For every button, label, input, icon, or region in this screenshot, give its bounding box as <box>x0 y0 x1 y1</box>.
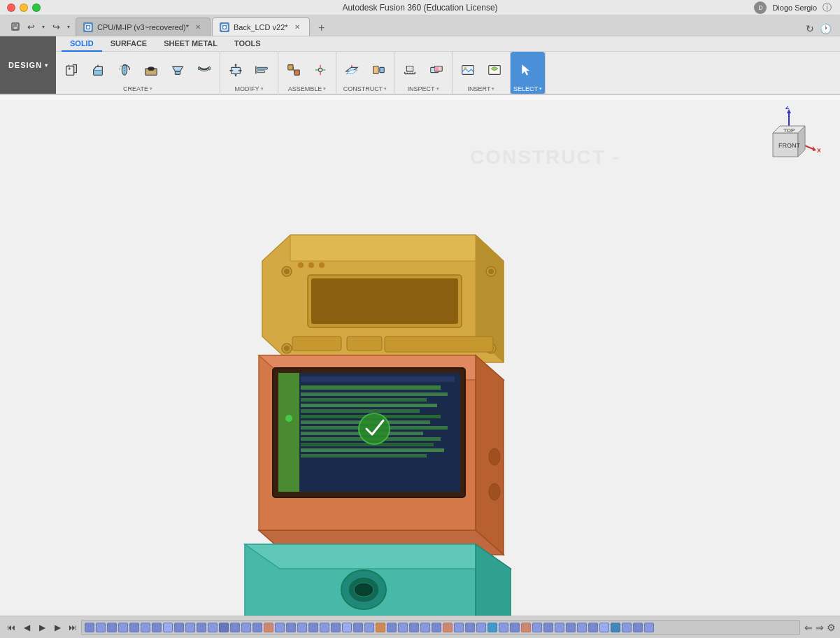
timeline-item[interactable] <box>163 623 173 632</box>
new-component-button[interactable] <box>59 57 84 83</box>
redo-dropdown[interactable]: ▾ <box>64 20 73 33</box>
save-button[interactable] <box>8 20 22 33</box>
timeline-item[interactable] <box>118 623 128 632</box>
timeline-item[interactable] <box>521 623 531 632</box>
mode-tab-solid[interactable]: SOLID <box>62 36 102 52</box>
timeline-end-button[interactable]: ⏭ <box>66 621 80 635</box>
timeline-settings[interactable]: ⚙ <box>827 622 836 633</box>
mode-tab-surface[interactable]: SURFACE <box>102 36 156 52</box>
timeline-item[interactable] <box>476 623 486 632</box>
timeline-item[interactable] <box>208 623 218 632</box>
timeline-move-left[interactable]: ⇐ <box>804 622 813 633</box>
timeline-item[interactable] <box>532 623 542 632</box>
user-avatar[interactable]: D <box>754 1 767 14</box>
mode-tab-sheet-metal[interactable]: SHEET METAL <box>155 36 226 52</box>
tab-bar-refresh[interactable]: ↻ <box>806 23 814 34</box>
revolve-button[interactable] <box>112 57 137 83</box>
timeline-item[interactable] <box>129 623 139 632</box>
timeline-item[interactable] <box>465 623 475 632</box>
timeline-item[interactable] <box>152 623 162 632</box>
timeline-item[interactable] <box>376 623 385 632</box>
tab-bar-clock[interactable]: 🕐 <box>820 23 832 34</box>
timeline-item[interactable] <box>420 623 430 632</box>
timeline-item[interactable] <box>174 623 184 632</box>
timeline-prev-button[interactable]: ◀ <box>20 621 34 635</box>
tab-cpu-close[interactable]: ✕ <box>193 22 203 32</box>
navigation-cube[interactable]: Z X FRONT TOP <box>757 106 820 169</box>
timeline-item[interactable] <box>230 623 240 632</box>
close-button[interactable] <box>7 3 15 12</box>
timeline-item[interactable] <box>566 623 576 632</box>
tab-cpu[interactable]: CPU/M-IP (v3~recovered)* ✕ <box>76 17 211 36</box>
minimize-button[interactable] <box>20 3 28 12</box>
timeline-item[interactable] <box>241 623 251 632</box>
timeline-item[interactable] <box>364 623 374 632</box>
timeline-item[interactable] <box>96 623 106 632</box>
info-icon[interactable]: ⓘ <box>823 1 832 14</box>
mode-tab-tools[interactable]: TOOLS <box>226 36 269 52</box>
create-label[interactable]: CREATE ▾ <box>56 85 220 94</box>
tab-back-lcd-close[interactable]: ✕ <box>292 22 302 32</box>
joint-origin-button[interactable] <box>308 57 333 83</box>
loft-button[interactable] <box>165 57 190 83</box>
timeline-item[interactable] <box>331 623 341 632</box>
measure-button[interactable] <box>397 57 422 83</box>
timeline-item[interactable] <box>611 623 620 632</box>
viewport-canvas[interactable] <box>0 95 840 616</box>
timeline-item[interactable] <box>409 623 419 632</box>
hole-button[interactable] <box>138 57 164 83</box>
undo-dropdown[interactable]: ▾ <box>39 20 48 33</box>
joint-button[interactable] <box>281 57 306 83</box>
timeline-item[interactable] <box>353 623 363 632</box>
timeline-item[interactable] <box>555 623 564 632</box>
timeline-item[interactable] <box>454 623 464 632</box>
timeline-item[interactable] <box>499 623 508 632</box>
timeline-item[interactable] <box>85 623 94 632</box>
timeline-item[interactable] <box>432 623 441 632</box>
timeline-item[interactable] <box>286 623 296 632</box>
timeline-item[interactable] <box>577 623 587 632</box>
interference-button[interactable] <box>424 57 449 83</box>
timeline-item[interactable] <box>387 623 397 632</box>
timeline-item[interactable] <box>252 623 262 632</box>
insert-label[interactable]: INSERT ▾ <box>453 85 510 94</box>
modify-label[interactable]: MODIFY ▾ <box>220 85 278 94</box>
undo-button[interactable]: ↩ <box>24 20 38 33</box>
timeline-item[interactable] <box>633 623 643 632</box>
timeline-item[interactable] <box>219 623 229 632</box>
timeline-item[interactable] <box>342 623 352 632</box>
timeline-item[interactable] <box>599 623 609 632</box>
insert-image-button[interactable] <box>455 57 480 83</box>
construct-label[interactable]: CONSTRUCT ▾ <box>336 85 394 94</box>
insert-svg-button[interactable] <box>482 57 507 83</box>
timeline-item[interactable] <box>443 623 453 632</box>
tab-back-lcd[interactable]: Back_LCD v22* ✕ <box>212 17 310 36</box>
select-label[interactable]: SELECT ▾ <box>511 85 545 94</box>
timeline-item[interactable] <box>510 623 520 632</box>
timeline-item[interactable] <box>543 623 553 632</box>
timeline-next-button[interactable]: ▶ <box>50 621 64 635</box>
timeline-item[interactable] <box>264 623 273 632</box>
timeline-play-button[interactable]: ▶ <box>35 621 49 635</box>
timeline-item[interactable] <box>308 623 318 632</box>
pipe-button[interactable] <box>192 57 217 83</box>
assemble-label[interactable]: ASSEMBLE ▾ <box>278 85 336 94</box>
new-tab-button[interactable]: + <box>314 20 329 36</box>
timeline-item[interactable] <box>644 623 654 632</box>
maximize-button[interactable] <box>32 3 41 12</box>
timeline-start-button[interactable]: ⏮ <box>4 621 18 635</box>
extrude-button[interactable] <box>85 57 111 83</box>
timeline-item[interactable] <box>487 623 497 632</box>
timeline-item[interactable] <box>275 623 285 632</box>
timeline-item[interactable] <box>197 623 206 632</box>
offset-plane-button[interactable] <box>339 57 364 83</box>
timeline-item[interactable] <box>588 623 598 632</box>
select-button[interactable] <box>513 57 539 83</box>
timeline-item[interactable] <box>398 623 408 632</box>
inspect-label[interactable]: INSPECT ▾ <box>394 85 452 94</box>
timeline-item[interactable] <box>622 623 632 632</box>
timeline-item[interactable] <box>141 623 150 632</box>
timeline-move-right[interactable]: ⇒ <box>816 622 824 633</box>
midplane-button[interactable] <box>366 57 391 83</box>
timeline-item[interactable] <box>297 623 307 632</box>
